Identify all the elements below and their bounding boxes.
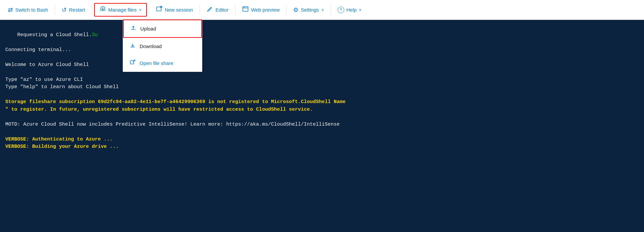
settings-label: Settings — [301, 7, 319, 13]
separator-5 — [235, 5, 235, 15]
terminal-line-14: VERBOSE: Authenticating to Azure ... — [5, 136, 639, 144]
help-icon: ? — [338, 7, 344, 13]
terminal-line-4: Welcome to Azure Cloud Shell — [5, 61, 639, 69]
download-label: Download — [140, 43, 162, 49]
web-preview-button[interactable]: Web preview — [237, 4, 284, 16]
terminal-line-1-green: Su — [92, 32, 98, 38]
switch-to-bash-label: Switch to Bash — [15, 7, 48, 13]
separator-1 — [55, 5, 55, 15]
separator-3 — [149, 5, 149, 15]
web-preview-icon — [242, 6, 249, 14]
open-file-share-menu-item[interactable]: Open file share — [123, 55, 202, 72]
manage-files-icon — [99, 6, 106, 14]
new-session-button[interactable]: New session — [151, 4, 198, 16]
download-menu-item[interactable]: Download — [123, 38, 202, 55]
editor-label: Editor — [216, 7, 228, 13]
terminal-line-3 — [5, 54, 639, 61]
manage-files-button[interactable]: Manage files ∨ — [94, 3, 147, 17]
terminal-line-2: Connecting terminal... — [5, 46, 639, 54]
new-session-label: New session — [165, 7, 193, 13]
manage-files-chevron-icon: ∨ — [139, 8, 142, 12]
upload-label: Upload — [140, 26, 156, 31]
terminal-line-13 — [5, 128, 639, 136]
open-file-share-icon — [130, 59, 136, 67]
terminal-line-8 — [5, 91, 639, 99]
help-button[interactable]: ? Help ∨ — [333, 5, 366, 15]
terminal-line-15: VERBOSE: Building your Azure drive ... — [5, 143, 639, 151]
separator-6 — [286, 5, 287, 15]
web-preview-label: Web preview — [251, 7, 280, 13]
separator-7 — [331, 5, 331, 15]
terminal-line-12: MOTD: Azure Cloud Shell now includes Pre… — [5, 121, 639, 129]
switch-icon: ⇄ — [8, 6, 13, 14]
settings-icon: ⚙ — [293, 6, 298, 14]
upload-menu-item[interactable]: Upload — [123, 20, 202, 38]
toolbar: ⇄ Switch to Bash ↺ Restart Manage files … — [0, 0, 644, 20]
svg-rect-2 — [130, 61, 134, 64]
terminal-line-11 — [5, 113, 639, 121]
download-icon — [130, 42, 136, 50]
svg-rect-1 — [243, 7, 248, 11]
editor-icon — [207, 6, 213, 14]
terminal-line-10: " to register. In future, unregistered s… — [5, 106, 639, 114]
manage-files-label: Manage files — [108, 7, 137, 13]
editor-button[interactable]: Editor — [202, 4, 233, 16]
terminal-line-6: Type "az" to use Azure CLI — [5, 76, 639, 84]
terminal-line-5 — [5, 69, 639, 76]
terminal-area[interactable]: Requesting a Cloud Shell.Su Connecting t… — [0, 20, 644, 232]
terminal-line-9: Storage fileshare subscription 69d2fc94-… — [5, 98, 639, 106]
open-file-share-label: Open file share — [140, 60, 173, 66]
settings-chevron-icon: ∨ — [321, 8, 324, 12]
restart-label: Restart — [69, 7, 85, 13]
manage-files-dropdown: Upload Download Open file share — [123, 19, 202, 72]
separator-4 — [200, 5, 200, 15]
new-session-icon — [156, 6, 162, 14]
terminal-line-1: Requesting a Cloud Shell.Su — [5, 24, 639, 46]
switch-to-bash-button[interactable]: ⇄ Switch to Bash — [3, 4, 53, 16]
help-chevron-icon: ∨ — [359, 8, 361, 12]
separator-2 — [92, 5, 92, 15]
terminal-line-7: Type "help" to learn about Cloud Shell — [5, 84, 639, 91]
upload-icon — [130, 25, 136, 32]
settings-button[interactable]: ⚙ Settings ∨ — [289, 4, 328, 16]
restart-icon: ↺ — [62, 6, 67, 14]
restart-button[interactable]: ↺ Restart — [57, 4, 90, 16]
help-label: Help — [347, 7, 357, 13]
